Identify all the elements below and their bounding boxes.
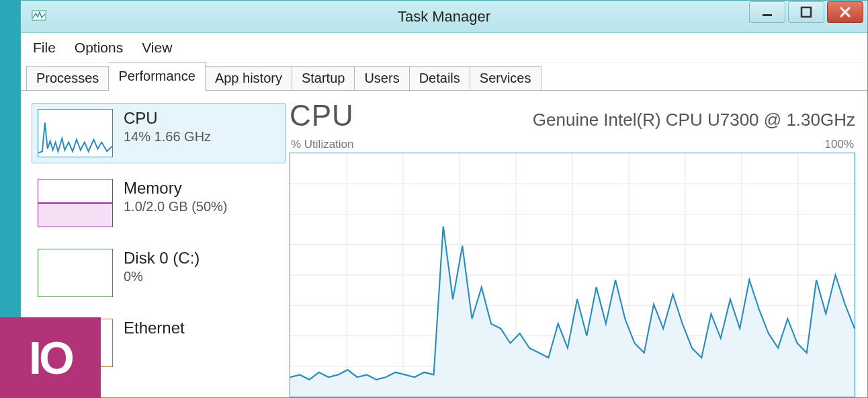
- svg-rect-1: [763, 14, 772, 16]
- menu-options[interactable]: Options: [75, 40, 123, 56]
- task-manager-window: Task Manager File Options View Processes…: [20, 0, 868, 398]
- tab-users[interactable]: Users: [355, 66, 409, 91]
- app-icon: [32, 8, 46, 26]
- memory-thumb-icon: [38, 179, 113, 227]
- content-area: CPU 14% 1.66 GHz Memory 1.0/2.0 GB (50%): [21, 91, 867, 397]
- sidebar-item-label: Ethernet: [124, 319, 185, 337]
- menu-view[interactable]: View: [142, 40, 172, 56]
- sidebar-item-disk[interactable]: Disk 0 (C:) 0%: [32, 243, 286, 303]
- tab-app-history[interactable]: App history: [206, 66, 292, 91]
- close-button[interactable]: [827, 1, 863, 23]
- maximize-button[interactable]: [788, 1, 824, 23]
- main-title: CPU: [290, 99, 354, 132]
- titlebar[interactable]: Task Manager: [21, 1, 867, 33]
- main-subtitle: Genuine Intel(R) CPU U7300 @ 1.30GHz: [533, 110, 855, 130]
- sidebar-item-sub: 1.0/2.0 GB (50%): [124, 199, 228, 214]
- disk-thumb-icon: [38, 249, 113, 297]
- sidebar-item-memory[interactable]: Memory 1.0/2.0 GB (50%): [32, 173, 286, 233]
- menubar: File Options View: [21, 33, 867, 63]
- window-controls: [746, 1, 863, 24]
- io-badge-text: IO: [29, 331, 72, 384]
- tab-details[interactable]: Details: [410, 66, 470, 91]
- cpu-thumb-icon: [38, 109, 113, 157]
- sidebar-item-cpu[interactable]: CPU 14% 1.66 GHz: [32, 103, 286, 163]
- tab-processes[interactable]: Processes: [26, 66, 109, 91]
- svg-rect-2: [801, 7, 811, 17]
- svg-rect-3: [38, 203, 112, 227]
- sidebar-item-sub: 0%: [124, 269, 200, 284]
- main-panel: CPU Genuine Intel(R) CPU U7300 @ 1.30GHz…: [290, 91, 867, 397]
- sidebar-item-label: Disk 0 (C:): [124, 249, 200, 268]
- sidebar-item-label: CPU: [124, 109, 211, 128]
- io-badge-icon: IO: [0, 317, 101, 398]
- cpu-utilization-chart[interactable]: [290, 153, 855, 397]
- sidebar-item-sub: 14% 1.66 GHz: [124, 129, 211, 145]
- tab-performance[interactable]: Performance: [109, 62, 206, 91]
- sidebar-item-label: Memory: [124, 179, 228, 198]
- tab-startup[interactable]: Startup: [292, 66, 355, 91]
- menu-file[interactable]: File: [33, 40, 56, 56]
- tabstrip: Processes Performance App history Startu…: [21, 63, 867, 91]
- chart-label-right: 100%: [825, 138, 854, 151]
- tab-services[interactable]: Services: [470, 66, 541, 91]
- window-title: Task Manager: [21, 8, 867, 26]
- minimize-button[interactable]: [749, 1, 785, 23]
- chart-label-left: % Utilization: [291, 138, 354, 151]
